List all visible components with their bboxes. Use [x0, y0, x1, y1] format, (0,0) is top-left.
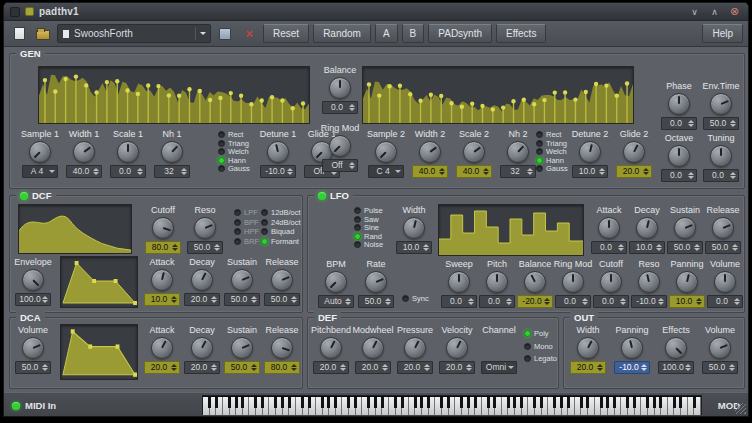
decay-value[interactable]: 20.0: [184, 361, 220, 374]
modwheel-value[interactable]: 20.0: [355, 361, 391, 374]
detune-2-knob[interactable]: [579, 141, 601, 163]
keyboard[interactable]: [202, 395, 702, 415]
pressure-value[interactable]: 20.0: [397, 361, 433, 374]
effects-button[interactable]: Effects: [496, 24, 546, 43]
piano-black-key[interactable]: [347, 397, 350, 408]
detune-1-value[interactable]: -10.0: [260, 165, 296, 178]
volume-value[interactable]: 0.0: [707, 295, 743, 308]
random-button[interactable]: Random: [313, 24, 371, 43]
attack-value[interactable]: 0.0: [591, 241, 627, 254]
volume-value[interactable]: 50.0: [15, 361, 51, 374]
octave-value[interactable]: 0.0: [661, 169, 697, 182]
env-time-knob[interactable]: [710, 93, 732, 115]
biquad-radio[interactable]: Biquad: [261, 228, 301, 236]
sustain-value[interactable]: 50.0: [224, 293, 260, 306]
panning-value[interactable]: 10.0: [669, 295, 705, 308]
tuning-value[interactable]: 0.0: [703, 169, 739, 182]
piano-black-key[interactable]: [427, 397, 430, 408]
noise-radio[interactable]: Noise: [354, 241, 383, 249]
ring-mod-value[interactable]: 0.0: [555, 295, 591, 308]
panning-value[interactable]: -10.0: [614, 361, 650, 374]
sample-2-value[interactable]: C 4: [368, 165, 404, 178]
sample-2-knob[interactable]: [375, 141, 397, 163]
release-value[interactable]: 50.0: [705, 241, 741, 254]
piano-black-key[interactable]: [327, 397, 330, 408]
piano-black-key[interactable]: [613, 397, 616, 408]
cutoff-value[interactable]: 80.0: [145, 241, 181, 254]
piano-black-key[interactable]: [553, 397, 556, 408]
delete-preset-button[interactable]: ×: [239, 24, 259, 44]
glide-2-knob[interactable]: [623, 141, 645, 163]
width-knob[interactable]: [577, 337, 599, 359]
cutoff-knob[interactable]: [600, 271, 622, 293]
volume-knob[interactable]: [709, 337, 731, 359]
piano-black-key[interactable]: [520, 397, 523, 408]
piano-black-key[interactable]: [274, 397, 277, 408]
lfo-wave-display[interactable]: [438, 204, 584, 256]
detune-1-knob[interactable]: [267, 141, 289, 163]
decay-knob[interactable]: [636, 217, 658, 239]
envelope-knob[interactable]: [22, 269, 44, 291]
bpf-radio[interactable]: BPF: [234, 219, 259, 227]
rand-radio[interactable]: Rand: [354, 233, 383, 241]
width-2-knob[interactable]: [419, 141, 441, 163]
balance-knob[interactable]: [329, 77, 351, 99]
piano-black-key[interactable]: [261, 397, 264, 408]
attack-knob[interactable]: [151, 337, 173, 359]
release-knob[interactable]: [271, 337, 293, 359]
piano-black-key[interactable]: [241, 397, 244, 408]
cutoff-value[interactable]: 0.0: [593, 295, 629, 308]
welch-radio[interactable]: Welch: [218, 148, 250, 156]
release-value[interactable]: 50.0: [264, 293, 300, 306]
piano-black-key[interactable]: [646, 397, 649, 408]
piano-black-key[interactable]: [540, 397, 543, 408]
piano-black-key[interactable]: [321, 397, 324, 408]
titlebar[interactable]: padthv1 ∨ ∧ ⊗: [4, 3, 748, 21]
reset-button[interactable]: Reset: [263, 24, 309, 43]
phase-value[interactable]: 0.0: [661, 117, 697, 130]
piano-black-key[interactable]: [693, 397, 696, 408]
piano-black-key[interactable]: [606, 397, 609, 408]
dca-envelope-display[interactable]: [60, 324, 138, 380]
panning-knob[interactable]: [621, 337, 643, 359]
attack-value[interactable]: 20.0: [144, 361, 180, 374]
sustain-value[interactable]: 50.0: [667, 241, 703, 254]
phase-knob[interactable]: [668, 93, 690, 115]
panning-knob[interactable]: [676, 271, 698, 293]
channel-value[interactable]: Omni: [481, 361, 517, 374]
scale-1-knob[interactable]: [117, 141, 139, 163]
rate-value[interactable]: 50.0: [358, 295, 394, 308]
attack-value[interactable]: 10.0: [144, 293, 180, 306]
formant-radio[interactable]: Formant: [261, 238, 301, 246]
sustain-knob[interactable]: [231, 337, 253, 359]
dcf-envelope-display[interactable]: [60, 256, 138, 308]
piano-black-key[interactable]: [513, 397, 516, 408]
hann-radio[interactable]: Hann: [536, 157, 568, 165]
rate-knob[interactable]: [365, 271, 387, 293]
effects-value[interactable]: 100.0: [658, 361, 694, 374]
sustain-knob[interactable]: [674, 217, 696, 239]
velocity-knob[interactable]: [446, 337, 468, 359]
brf-radio[interactable]: BRF: [234, 238, 259, 246]
piano-black-key[interactable]: [460, 397, 463, 408]
piano-black-key[interactable]: [633, 397, 636, 408]
12db-oct-radio[interactable]: 12dB/oct: [261, 209, 301, 217]
a-button[interactable]: A: [375, 24, 398, 43]
ring-mod-knob[interactable]: [562, 271, 584, 293]
piano-black-key[interactable]: [440, 397, 443, 408]
piano-black-key[interactable]: [235, 397, 238, 408]
save-preset-button[interactable]: [215, 24, 235, 44]
bpm-value[interactable]: Auto: [318, 295, 354, 308]
pulse-radio[interactable]: Pulse: [354, 207, 383, 215]
nh-1-knob[interactable]: [161, 141, 183, 163]
piano-black-key[interactable]: [493, 397, 496, 408]
gen2-harmonics-display[interactable]: [362, 66, 634, 124]
envelope-value[interactable]: 100.0: [15, 293, 51, 306]
reso-knob[interactable]: [194, 217, 216, 239]
piano-black-key[interactable]: [653, 397, 656, 408]
velocity-value[interactable]: 20.0: [439, 361, 475, 374]
piano-black-key[interactable]: [507, 397, 510, 408]
reso-value[interactable]: -10.0: [631, 295, 667, 308]
sweep-knob[interactable]: [448, 271, 470, 293]
piano-black-key[interactable]: [228, 397, 231, 408]
